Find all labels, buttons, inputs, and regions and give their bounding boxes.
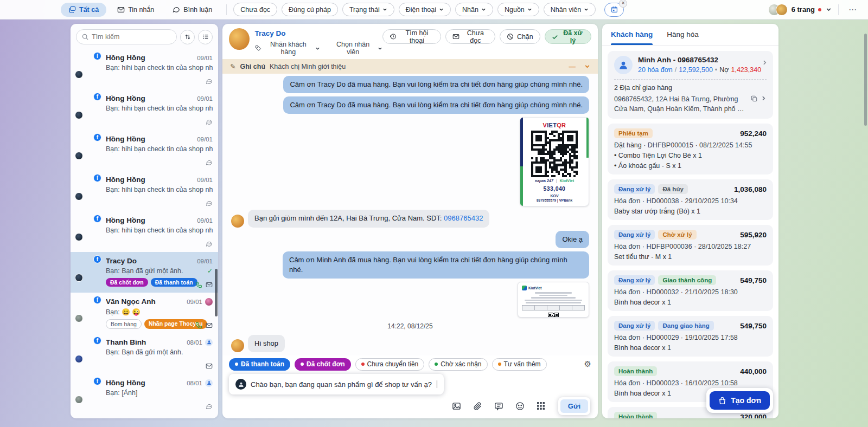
date-filter-button[interactable]: × (604, 3, 624, 17)
order-amount: 952,240 (740, 130, 767, 138)
order-card[interactable]: Đang xử lý Đang giao hàng 549,750 Hóa đơ… (608, 316, 773, 357)
order-card[interactable]: Đang xử lý Đã hủy 1,036,080 Hóa đơn · HD… (608, 179, 773, 220)
tab-all[interactable]: Tất cả (61, 3, 106, 17)
paperclip-icon[interactable] (473, 402, 482, 411)
composer-row: Chào bạn, bạn đang quan sản phẩm gì để s… (222, 373, 598, 398)
conversation-item[interactable]: f Văn Ngọc Anh09/01 Bạn: 😄 😜 Bom hàng Nh… (71, 293, 218, 333)
revenue-link[interactable]: 12,592,500 (679, 66, 713, 74)
page-badge (75, 233, 83, 241)
filter-label[interactable]: Nhãn (455, 3, 493, 16)
window-scrollbar[interactable] (864, 34, 867, 126)
order-status-badge: Đang xử lý (614, 184, 655, 194)
channel-tabs: Tất cả Tin nhắn Bình luận (61, 3, 220, 17)
qr-bank-line: 8379555579 | VPBank (525, 198, 584, 202)
resolved-button[interactable]: Đã xử lý (545, 29, 591, 44)
order-card[interactable]: Đang xử lý Giao thành công 549,750 Hóa đ… (608, 270, 773, 311)
sort-button[interactable] (180, 30, 195, 44)
filter-status[interactable]: Trạng thái (342, 3, 394, 16)
divider (226, 4, 227, 15)
conversation-name: Hồng Hồng (106, 379, 187, 387)
customer-name: Minh Anh - 0968765432 (638, 56, 761, 64)
pencil-icon: ✎ (230, 62, 235, 70)
conversation-item[interactable]: f Hồng Hồng09/01 Bạn: hihi bạn check tin… (71, 49, 218, 89)
tab-comments[interactable]: Bình luận (165, 3, 220, 17)
vietqr-payment-image[interactable]: VIETQR napas 247 | KiotViet 533,040 KOV … (520, 117, 589, 206)
tag-icon (255, 45, 261, 51)
filter-unread[interactable]: Chưa đọc (233, 3, 277, 16)
conversation-item[interactable]: f Hồng Hồng09/01 Bạn: hihi bạn check tin… (71, 130, 218, 171)
quick-tag[interactable]: Chờ xác nhận (429, 358, 487, 371)
clear-date-filter-icon[interactable]: × (619, 0, 627, 8)
order-product: • Combo Tiện Lợi Cho Bé x 1 (614, 152, 767, 159)
find-conversation-button[interactable]: Tìm hội thoại (382, 29, 441, 44)
comment-bubble-icon (206, 159, 213, 166)
more-menu-button[interactable]: ⋯ (845, 5, 860, 15)
image-attach-icon[interactable] (452, 402, 461, 411)
order-card[interactable]: Đang xử lý Chờ xử lý 595,920 Hóa đơn · H… (608, 225, 773, 266)
order-card[interactable]: Phiếu tạm 952,240 Đặt hàng · DHFBP000015… (608, 124, 773, 174)
customer-label-button[interactable]: Nhãn khách hàng (255, 41, 321, 56)
invoice-image[interactable]: KiotViet (518, 282, 589, 318)
chevron-down-icon[interactable] (584, 63, 590, 69)
qr-code (531, 131, 578, 177)
conversation-item[interactable]: f Hồng Hồng09/01 Bạn: hihi bạn check tin… (71, 89, 218, 130)
filter-phone[interactable]: Điện thoại (399, 3, 451, 16)
conversation-date: 09/01 (197, 95, 213, 102)
quick-tags-row: Đã thanh toán Đã chốt đơn Chưa chuyển ti… (222, 355, 598, 373)
mark-unread-button[interactable]: Chưa đọc (445, 29, 495, 44)
filter-syntax[interactable]: Đúng cú pháp (282, 3, 338, 16)
tab-customer[interactable]: Khách hàng (611, 24, 653, 45)
copy-icon[interactable] (751, 95, 757, 102)
conversation-date: 09/01 (197, 136, 213, 143)
filter-list-button[interactable] (198, 30, 213, 44)
conversation-item[interactable]: f Hồng Hồng09/01 Bạn: hihi bạn check tin… (71, 171, 218, 211)
customer-card[interactable]: Minh Anh - 0968765432 20 hóa đơn / 12,59… (608, 51, 773, 119)
search-input-wrapper[interactable] (76, 29, 177, 44)
conversation-preview: Bạn: Bạn đã gửi một ảnh. (106, 348, 213, 356)
order-status-badge: Phiếu tạm (614, 128, 653, 138)
filter-staff[interactable]: Nhân viên (544, 3, 596, 16)
page-badge (75, 274, 83, 282)
tab-messages[interactable]: Tin nhắn (110, 3, 162, 17)
message-input[interactable]: Chào bạn, bạn đang quan sản phẩm gì để s… (229, 374, 444, 394)
order-info: Hóa đơn · HD000032 · 21/10/2025 18:30 (614, 288, 767, 296)
conversation-name: Hồng Hồng (106, 94, 197, 102)
chevron-right-icon[interactable] (762, 60, 768, 66)
tab-products[interactable]: Hàng hóa (667, 24, 699, 45)
quick-tag[interactable]: Chưa chuyển tiền (355, 358, 425, 371)
sidebar-scrollbar[interactable] (215, 269, 218, 316)
create-order-button[interactable]: Tạo đơn (710, 391, 770, 410)
chevron-down-icon[interactable] (826, 7, 832, 12)
chat-customer-name[interactable]: Tracy Do (255, 29, 383, 37)
note-bar[interactable]: ✎ Ghi chú Khách chị Minh giới thiệu — (222, 59, 598, 74)
top-toolbar: Tất cả Tin nhắn Bình luận Chưa đọc Đúng … (0, 0, 868, 20)
conversation-item[interactable]: f Thanh Bình08/01 Bạn: Bạn đã gửi một ản… (71, 333, 218, 374)
quick-reply-icon[interactable] (494, 402, 503, 411)
chevron-right-icon[interactable] (761, 95, 767, 101)
search-input[interactable] (92, 33, 171, 41)
app-window: Tất cả Tin nhắn Bình luận Chưa đọc Đúng … (0, 0, 868, 427)
conversation-preview: Bạn: hihi bạn check tin của shop nhé (106, 64, 213, 72)
apps-grid-icon[interactable] (537, 402, 545, 410)
quick-tag[interactable]: Tư vấn thêm (492, 358, 547, 371)
page-avatar-small (235, 379, 246, 390)
conversation-item[interactable]: f Hồng Hồng08/01 Bạn: [Ảnh] (71, 374, 218, 415)
phone-link[interactable]: 0968765432 (444, 214, 483, 222)
order-amount: 595,920 (740, 231, 767, 239)
send-button[interactable]: Gửi (560, 399, 588, 413)
envelope-icon (452, 33, 459, 40)
quick-tag[interactable]: Đã chốt đơn (295, 358, 351, 371)
conversation-preview: Bạn: 😄 😜 (106, 308, 213, 316)
quick-tag[interactable]: Đã thanh toán (229, 358, 290, 371)
note-collapse-icon[interactable]: — (569, 63, 576, 70)
block-button[interactable]: Chặn (500, 29, 540, 44)
emoji-icon[interactable] (515, 402, 525, 411)
conversation-item-selected[interactable]: f Tracy Do09/01 Bạn: Bạn đã gửi một ảnh.… (71, 252, 218, 293)
gear-icon[interactable]: ⚙ (584, 359, 591, 369)
invoice-count-link[interactable]: 20 hóa đơn (638, 66, 673, 74)
filter-source[interactable]: Nguồn (497, 3, 539, 16)
conversation-name: Thanh Bình (106, 338, 187, 346)
assign-staff-button[interactable]: Chọn nhân viên (331, 41, 382, 56)
conversation-item[interactable]: f Hồng Hồng09/01 Bạn: hihi bạn check tin… (71, 211, 218, 252)
composer-text: Chào bạn, bạn đang quan sản phẩm gì để s… (251, 380, 432, 389)
